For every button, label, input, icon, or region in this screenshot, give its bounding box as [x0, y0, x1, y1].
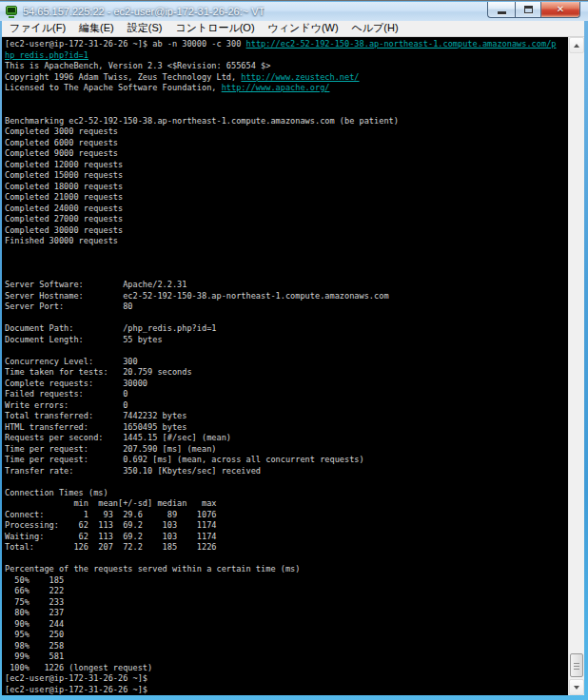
- terminal-line: [5, 94, 568, 106]
- terminal-line: Finished 30000 requests: [5, 236, 568, 247]
- scroll-up-icon: [574, 44, 579, 48]
- window-title: 54.65.157.225:22 - ec2-user@ip-172-31-26…: [23, 6, 265, 17]
- terminal-line: Completed 21000 requests: [5, 192, 568, 204]
- scrollbar-grip-icon: [574, 663, 579, 670]
- title-bar[interactable]: 54.65.157.225:22 - ec2-user@ip-172-31-26…: [0, 2, 588, 21]
- terminal-line: 66% 222: [5, 586, 568, 597]
- terminal-text: 75% 233: [5, 597, 64, 607]
- terminal-line: Time per request: 0.692 [ms] (mean, acro…: [5, 455, 568, 466]
- terminal-line: Failed requests: 0: [5, 389, 568, 400]
- terminal-line: 98% 258: [5, 641, 568, 652]
- terminal-text: Processing: 62 113 69.2 103 1174: [5, 520, 216, 530]
- terminal-text: Transfer rate: 350.10 [Kbytes/sec] recei…: [5, 466, 261, 476]
- terminal-text: Requests per second: 1445.15 [#/sec] (me…: [5, 433, 231, 442]
- terminal-line: 100% 1226 (longest request): [5, 663, 568, 674]
- terminal-text: Completed 9000 requests: [5, 148, 118, 158]
- menu-item-help[interactable]: ヘルプ(H): [345, 20, 405, 37]
- terminal-line: Complete requests: 30000: [5, 379, 568, 390]
- terminal-line: [5, 476, 568, 488]
- terminal-text: Finished 30000 requests: [5, 236, 118, 245]
- terminal-text: Completed 6000 requests: [5, 138, 118, 147]
- close-button[interactable]: ✕: [541, 2, 580, 18]
- terminal-link[interactable]: http://www.zeustech.net/: [241, 72, 359, 82]
- terminal-line: min mean[+/-sd] median max: [5, 498, 568, 510]
- close-icon: ✕: [557, 5, 564, 14]
- terminal-line: Completed 9000 requests: [5, 148, 568, 160]
- terminal-text: Server Software: Apache/2.2.31: [5, 280, 186, 289]
- terminal-line: Document Path: /php_redis.php?id=1: [5, 323, 568, 335]
- terminal-link[interactable]: http://ec2-52-192-150-38.ap-northeast-1.…: [246, 39, 557, 49]
- menu-item-control[interactable]: コントロール(O): [168, 20, 261, 37]
- terminal-text: Document Path: /php_redis.php?id=1: [5, 323, 216, 333]
- terminal-text: 90% 244: [5, 619, 64, 629]
- terminal-line: This is ApacheBench, Version 2.3 <$Revis…: [5, 61, 568, 72]
- terminal-text: Percentage of the requests served within…: [5, 564, 300, 574]
- terminal-line: Completed 3000 requests: [5, 126, 568, 138]
- terminal-line: Completed 18000 requests: [5, 182, 568, 193]
- terminal-text: Complete requests: 30000: [5, 379, 147, 388]
- terminal-line: Percentage of the requests served within…: [5, 564, 568, 575]
- terminal-line: Connection Times (ms): [5, 488, 568, 499]
- terminal-link[interactable]: http://www.apache.org/: [222, 83, 330, 92]
- terminal-line: 95% 250: [5, 630, 568, 641]
- terminal-output[interactable]: [ec2-user@ip-172-31-26-26 ~]$ ab -n 3000…: [2, 37, 568, 695]
- terminal-line: hp_redis.php?id=1: [5, 50, 568, 62]
- terminal-text: min mean[+/-sd] median max: [5, 498, 216, 508]
- maximize-icon: [524, 6, 533, 13]
- terminal-text: Completed 27000 requests: [5, 214, 123, 224]
- terminal-line: [5, 247, 568, 259]
- scrollbar-thumb[interactable]: [570, 653, 583, 677]
- terminal-line: Requests per second: 1445.15 [#/sec] (me…: [5, 433, 568, 444]
- terminal-text: Time per request: 0.692 [ms] (mean, acro…: [5, 455, 364, 464]
- terminal-line: [ec2-user@ip-172-31-26-26 ~]$: [5, 685, 568, 696]
- terminal-line: HTML transferred: 1650495 bytes: [5, 422, 568, 434]
- terminal-line: Time taken for tests: 20.759 seconds: [5, 367, 568, 379]
- terminal-line: 50% 185: [5, 575, 568, 587]
- maximize-button[interactable]: [515, 2, 541, 18]
- terminal-text: Failed requests: 0: [5, 389, 127, 399]
- menu-item-window[interactable]: ウィンドウ(W): [262, 20, 345, 37]
- terminal-line: Completed 27000 requests: [5, 214, 568, 225]
- vertical-scrollbar[interactable]: [568, 37, 584, 695]
- menu-item-edit[interactable]: 編集(E): [72, 20, 121, 37]
- terminal-line: Completed 12000 requests: [5, 160, 568, 171]
- terminal-text: Time taken for tests: 20.759 seconds: [5, 367, 192, 377]
- terminal-text: Completed 12000 requests: [5, 160, 123, 169]
- terminal-text: Document Length: 55 bytes: [5, 335, 163, 344]
- terminal-link[interactable]: hp_redis.php?id=1: [5, 50, 88, 60]
- scroll-down-button[interactable]: [569, 679, 584, 695]
- terminal-line: 90% 244: [5, 619, 568, 631]
- terminal-line: [5, 258, 568, 269]
- client-area: [ec2-user@ip-172-31-26-26 ~]$ ab -n 3000…: [2, 37, 584, 695]
- terminal-line: Concurrency Level: 300: [5, 357, 568, 368]
- terminal-line: Completed 24000 requests: [5, 204, 568, 215]
- terminal-text: Completed 3000 requests: [5, 126, 118, 136]
- terminal-text: This is ApacheBench, Version 2.3 <$Revis…: [5, 61, 270, 70]
- terminal-text: Time per request: 207.590 [ms] (mean): [5, 444, 216, 454]
- terminal-line: Completed 30000 requests: [5, 225, 568, 237]
- minimize-button[interactable]: [487, 2, 515, 18]
- terminal-text: 95% 250: [5, 630, 64, 639]
- menu-item-setup[interactable]: 設定(S): [121, 20, 169, 37]
- terminal-text: Copyright 1996 Adam Twiss, Zeus Technolo…: [5, 72, 241, 82]
- terminal-line: Server Port: 80: [5, 301, 568, 313]
- menu-bar: ファイル(F) 編集(E) 設定(S) コントロール(O) ウィンドウ(W) ヘ…: [2, 21, 584, 37]
- terminal-text: Completed 24000 requests: [5, 204, 123, 213]
- menu-item-file[interactable]: ファイル(F): [3, 20, 72, 37]
- terminal-line: Benchmarking ec2-52-192-150-38.ap-northe…: [5, 116, 568, 127]
- terminal-text: [ec2-user@ip-172-31-26-26 ~]$: [5, 685, 147, 694]
- scrollbar-track[interactable]: [569, 53, 584, 679]
- terminal-text: Write errors: 0: [5, 400, 127, 410]
- terminal-text: [ec2-user@ip-172-31-26-26 ~]$ ab -n 3000…: [5, 39, 246, 49]
- terminal-text: Completed 15000 requests: [5, 170, 123, 180]
- terminal-text: HTML transferred: 1650495 bytes: [5, 422, 186, 432]
- scroll-up-button[interactable]: [569, 37, 584, 53]
- terminal-text: Concurrency Level: 300: [5, 357, 138, 366]
- terminal-text: [ec2-user@ip-172-31-26-26 ~]$: [5, 673, 147, 683]
- teraterm-window: 54.65.157.225:22 - ec2-user@ip-172-31-26…: [0, 0, 588, 700]
- terminal-text: Benchmarking ec2-52-192-150-38.ap-northe…: [5, 116, 399, 126]
- terminal-text: 98% 258: [5, 641, 64, 651]
- terminal-line: [5, 269, 568, 281]
- terminal-line: [5, 105, 568, 116]
- terminal-text: 100% 1226 (longest request): [5, 663, 152, 672]
